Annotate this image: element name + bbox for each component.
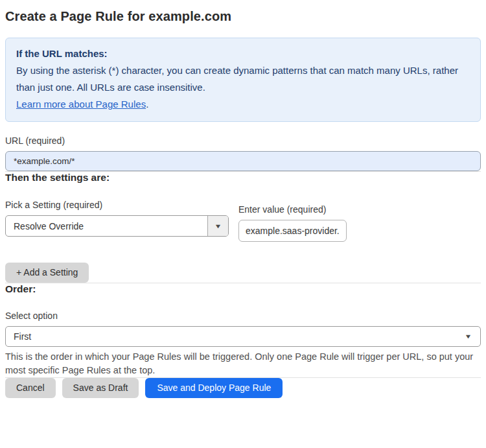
setting-value-input[interactable] xyxy=(238,220,347,242)
order-help-text: This is the order in which your Page Rul… xyxy=(5,350,475,377)
form-actions: Cancel Save as Draft Save and Deploy Pag… xyxy=(5,378,481,398)
save-draft-button[interactable]: Save as Draft xyxy=(62,378,139,398)
save-deploy-button[interactable]: Save and Deploy Page Rule xyxy=(145,378,283,398)
page-title: Create a Page Rule for example.com xyxy=(5,9,481,24)
setting-picker-label: Pick a Setting (required) xyxy=(5,200,229,210)
setting-value-label: Enter value (required) xyxy=(238,204,347,215)
order-select-label: Select option xyxy=(5,311,481,321)
url-label: URL (required) xyxy=(5,136,481,146)
setting-picker-column: Pick a Setting (required) Resolve Overri… xyxy=(5,200,229,237)
info-box-heading: If the URL matches: xyxy=(16,45,470,62)
info-box-body: By using the asterisk (*) character, you… xyxy=(16,62,470,96)
url-matches-info-box: If the URL matches: By using the asteris… xyxy=(5,38,481,122)
setting-value-column: Enter value (required) xyxy=(238,204,347,242)
add-setting-button[interactable]: + Add a Setting xyxy=(5,263,89,283)
link-suffix: . xyxy=(146,99,148,110)
url-input[interactable] xyxy=(5,151,481,171)
learn-more-link[interactable]: Learn more about Page Rules xyxy=(16,99,146,110)
setting-select-value: Resolve Override xyxy=(6,216,207,236)
order-select[interactable]: First ▼ xyxy=(5,326,481,347)
chevron-down-icon: ▼ xyxy=(214,223,222,230)
order-section-heading: Order: xyxy=(5,283,481,295)
settings-section-heading: Then the settings are: xyxy=(5,172,481,183)
setting-select-arrow-button[interactable]: ▼ xyxy=(207,216,228,236)
chevron-down-icon: ▼ xyxy=(465,333,472,340)
cancel-button[interactable]: Cancel xyxy=(5,378,56,398)
info-box-link-line: Learn more about Page Rules. xyxy=(16,96,470,113)
settings-row: Pick a Setting (required) Resolve Overri… xyxy=(5,200,481,242)
order-select-value: First xyxy=(14,331,31,342)
setting-select[interactable]: Resolve Override ▼ xyxy=(5,215,229,237)
